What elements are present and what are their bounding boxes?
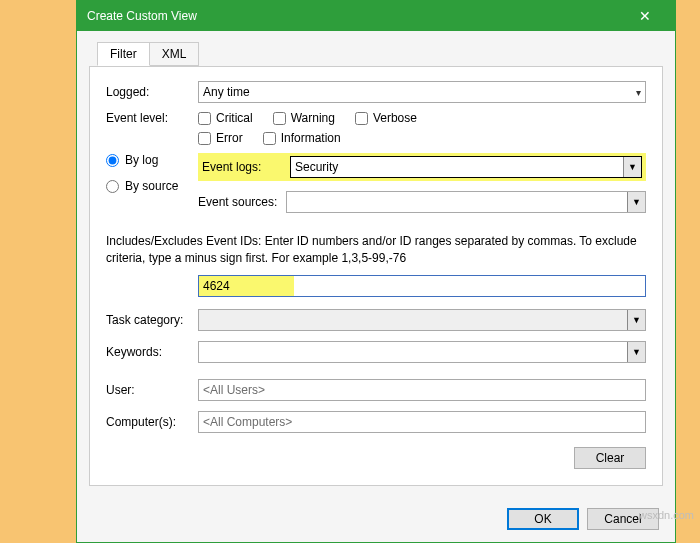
error-label: Error — [216, 131, 243, 145]
label-logged: Logged: — [106, 85, 198, 99]
by-log-label: By log — [125, 153, 158, 167]
titlebar[interactable]: Create Custom View ✕ — [77, 1, 675, 31]
clear-button[interactable]: Clear — [574, 447, 646, 469]
chk-warning[interactable]: Warning — [273, 111, 335, 125]
help-text: Includes/Excludes Event IDs: Enter ID nu… — [106, 233, 646, 267]
tab-xml[interactable]: XML — [149, 42, 200, 66]
dialog-footer: OK Cancel — [77, 496, 675, 542]
information-checkbox[interactable] — [263, 132, 276, 145]
chevron-down-icon[interactable]: ▼ — [623, 157, 641, 177]
computers-input[interactable]: <All Computers> — [198, 411, 646, 433]
label-computers: Computer(s): — [106, 415, 198, 429]
tab-filter[interactable]: Filter — [97, 42, 150, 66]
chevron-down-icon: ▾ — [636, 87, 641, 98]
label-keywords: Keywords: — [106, 345, 198, 359]
label-event-sources: Event sources: — [198, 195, 286, 209]
chevron-down-icon[interactable]: ▼ — [627, 342, 645, 362]
chk-verbose[interactable]: Verbose — [355, 111, 417, 125]
row-task-category: Task category: ▼ — [106, 309, 646, 331]
row-event-level: Event level: Critical Warning Verbose Er… — [106, 111, 646, 145]
error-checkbox[interactable] — [198, 132, 211, 145]
row-event-id — [198, 275, 646, 297]
label-event-level: Event level: — [106, 111, 198, 125]
task-category-combo[interactable]: ▼ — [198, 309, 646, 331]
row-event-sources: Event sources: ▼ — [198, 191, 646, 213]
warning-checkbox[interactable] — [273, 112, 286, 125]
event-logs-value: Security — [295, 160, 338, 174]
event-sources-combo[interactable]: ▼ — [286, 191, 646, 213]
by-source-label: By source — [125, 179, 178, 193]
row-user: User: <All Users> — [106, 379, 646, 401]
radio-by-source[interactable]: By source — [106, 179, 198, 193]
critical-checkbox[interactable] — [198, 112, 211, 125]
computers-value: <All Computers> — [203, 415, 292, 429]
window-create-custom-view: Create Custom View ✕ Filter XML Logged: … — [76, 0, 676, 543]
tab-panel-filter: Logged: Any time ▾ Event level: Critical… — [89, 66, 663, 486]
critical-label: Critical — [216, 111, 253, 125]
chevron-down-icon[interactable]: ▼ — [627, 192, 645, 212]
keywords-combo[interactable]: ▼ — [198, 341, 646, 363]
warning-label: Warning — [291, 111, 335, 125]
logged-value: Any time — [203, 85, 250, 99]
tab-strip: Filter XML — [97, 42, 663, 67]
row-by: By log By source Event logs: Security ▼ … — [106, 153, 646, 223]
row-computers: Computer(s): <All Computers> — [106, 411, 646, 433]
by-subgrid: Event logs: Security ▼ Event sources: ▼ — [198, 153, 646, 223]
clear-row: Clear — [106, 447, 646, 469]
chk-error[interactable]: Error — [198, 131, 243, 145]
row-keywords: Keywords: ▼ — [106, 341, 646, 363]
event-logs-combo[interactable]: Security ▼ — [290, 156, 642, 178]
event-id-input[interactable] — [198, 275, 646, 297]
user-input[interactable]: <All Users> — [198, 379, 646, 401]
watermark: wsxdn.com — [639, 509, 694, 521]
chk-critical[interactable]: Critical — [198, 111, 253, 125]
event-level-row1: Critical Warning Verbose — [198, 111, 646, 125]
label-task-category: Task category: — [106, 313, 198, 327]
row-logged: Logged: Any time ▾ — [106, 81, 646, 103]
logged-select[interactable]: Any time ▾ — [198, 81, 646, 103]
by-source-radio[interactable] — [106, 180, 119, 193]
verbose-checkbox[interactable] — [355, 112, 368, 125]
radio-by-log[interactable]: By log — [106, 153, 198, 167]
dialog-content: Filter XML Logged: Any time ▾ Event leve… — [77, 31, 675, 496]
label-user: User: — [106, 383, 198, 397]
radio-group-by: By log By source — [106, 153, 198, 193]
close-icon[interactable]: ✕ — [625, 8, 665, 24]
event-level-row2: Error Information — [198, 131, 646, 145]
user-value: <All Users> — [203, 383, 265, 397]
verbose-label: Verbose — [373, 111, 417, 125]
information-label: Information — [281, 131, 341, 145]
label-event-logs: Event logs: — [202, 160, 290, 174]
window-title: Create Custom View — [87, 9, 197, 23]
ok-button[interactable]: OK — [507, 508, 579, 530]
by-log-radio[interactable] — [106, 154, 119, 167]
row-event-logs: Event logs: Security ▼ — [198, 153, 646, 181]
chevron-down-icon[interactable]: ▼ — [627, 310, 645, 330]
chk-information[interactable]: Information — [263, 131, 341, 145]
